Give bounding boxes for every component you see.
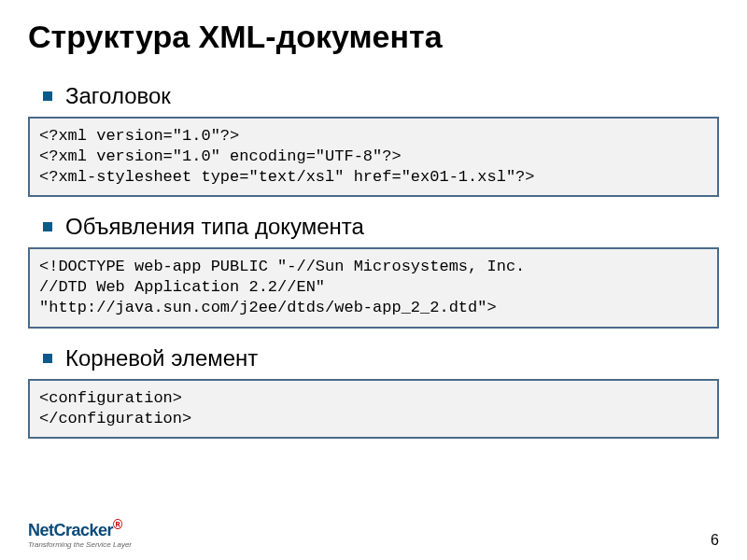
logo-tagline: Transforming the Service Layer xyxy=(28,540,132,549)
bullet-item-doctype: Объявления типа документа xyxy=(28,214,719,240)
code-box-root: <configuration> </configuration> xyxy=(28,379,719,439)
bullet-icon xyxy=(43,91,52,101)
logo-main: NetCracker® xyxy=(28,517,132,540)
slide-title: Структура XML-документа xyxy=(28,19,719,55)
footer: NetCracker® Transforming the Service Lay… xyxy=(28,517,719,549)
slide: Структура XML-документа Заголовок <?xml … xyxy=(0,0,747,560)
bullet-item-root: Корневой элемент xyxy=(28,345,719,371)
page-number: 6 xyxy=(711,532,719,549)
logo-text: NetCracker xyxy=(28,521,113,539)
bullet-icon xyxy=(43,354,52,363)
bullet-label: Объявления типа документа xyxy=(65,214,364,240)
code-box-doctype: <!DOCTYPE web-app PUBLIC "-//Sun Microsy… xyxy=(28,247,719,328)
bullet-item-header: Заголовок xyxy=(28,83,719,109)
bullet-label: Корневой элемент xyxy=(65,345,258,371)
bullet-label: Заголовок xyxy=(65,83,171,109)
registered-icon: ® xyxy=(113,517,122,532)
code-box-header: <?xml version="1.0"?> <?xml version="1.0… xyxy=(28,117,719,197)
bullet-icon xyxy=(43,222,52,231)
logo: NetCracker® Transforming the Service Lay… xyxy=(28,517,132,549)
